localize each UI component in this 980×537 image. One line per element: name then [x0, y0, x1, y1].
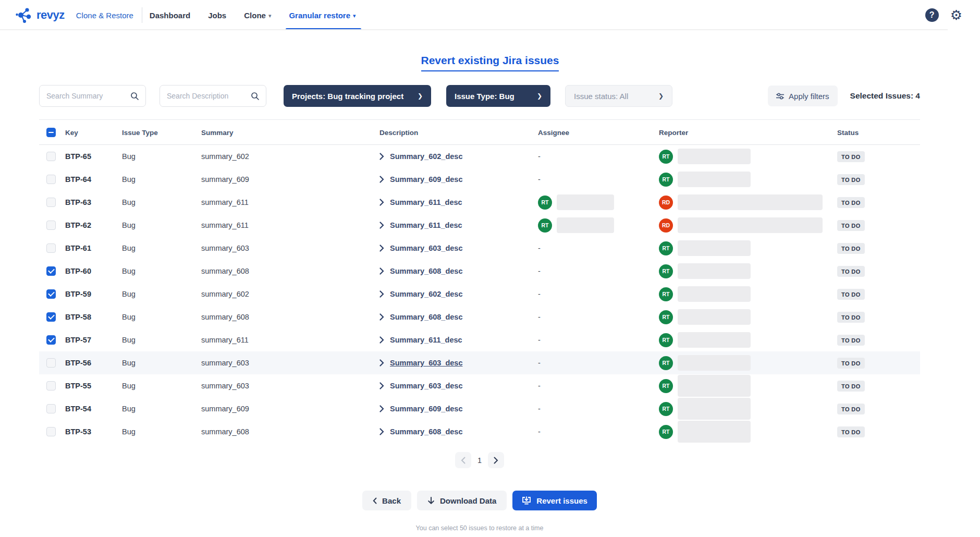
- row-checkbox[interactable]: [46, 381, 56, 390]
- row-description[interactable]: Summary_603_desc: [390, 244, 462, 252]
- nav-item-jobs[interactable]: Jobs: [208, 0, 226, 30]
- expand-chevron-right-icon[interactable]: [379, 336, 384, 344]
- gear-icon[interactable]: ⚙: [950, 8, 962, 22]
- reporter-name-placeholder: [678, 172, 751, 187]
- search-description-input[interactable]: [167, 92, 251, 100]
- search-summary-input[interactable]: [46, 92, 130, 100]
- brand-logo[interactable]: revyz: [16, 6, 65, 25]
- row-checkbox[interactable]: [46, 266, 56, 276]
- column-header-key: Key: [65, 129, 122, 137]
- row-summary: summary_608: [201, 313, 379, 321]
- reporter-avatar: RT: [659, 333, 673, 347]
- help-icon[interactable]: ?: [925, 8, 939, 22]
- row-assignee: RT: [538, 217, 659, 233]
- row-assignee: -: [538, 382, 659, 390]
- expand-chevron-right-icon[interactable]: [379, 245, 384, 252]
- next-page-button[interactable]: [488, 452, 504, 468]
- expand-chevron-right-icon[interactable]: [379, 382, 384, 389]
- row-description[interactable]: Summary_611_desc: [390, 221, 462, 229]
- nav-item-dashboard[interactable]: Dashboard: [150, 0, 190, 30]
- row-description[interactable]: Summary_611_desc: [390, 198, 462, 206]
- chevron-down-icon: ▾: [268, 13, 272, 19]
- issue-type-dropdown[interactable]: Issue Type: Bug ❯: [446, 85, 550, 107]
- row-issue-type: Bug: [122, 152, 201, 161]
- back-button[interactable]: Back: [362, 491, 411, 510]
- row-checkbox[interactable]: [46, 335, 56, 345]
- row-checkbox[interactable]: [46, 404, 56, 413]
- projects-dropdown[interactable]: Projects: Bug tracking project ❯: [284, 85, 431, 107]
- row-description[interactable]: Summary_611_desc: [390, 336, 462, 344]
- expand-chevron-right-icon[interactable]: [379, 405, 384, 412]
- row-assignee: -: [538, 336, 659, 344]
- row-key: BTP-61: [65, 244, 122, 252]
- search-description-box: [160, 85, 266, 107]
- table-header-row: Key Issue Type Summary Description Assig…: [39, 120, 920, 145]
- row-description[interactable]: Summary_608_desc: [390, 267, 462, 275]
- selected-issues-count: Selected Issues: 4: [850, 91, 920, 101]
- expand-chevron-right-icon[interactable]: [379, 313, 384, 321]
- row-description[interactable]: Summary_603_desc: [390, 382, 462, 390]
- pagination: 1: [39, 452, 920, 468]
- row-assignee: -: [538, 359, 659, 367]
- row-checkbox[interactable]: [46, 198, 56, 207]
- select-all-checkbox[interactable]: [46, 128, 56, 137]
- row-reporter: RT: [659, 149, 837, 164]
- row-assignee: -: [538, 152, 659, 161]
- table-body: BTP-65 Bug summary_602 Summary_602_desc …: [39, 145, 920, 443]
- issue-status-dropdown[interactable]: Issue status: All ❯: [565, 85, 672, 107]
- nav-item-clone[interactable]: Clone ▾: [244, 0, 271, 30]
- table-row: BTP-60 Bug summary_608 Summary_608_desc …: [39, 260, 920, 283]
- expand-chevron-right-icon[interactable]: [379, 176, 384, 183]
- row-checkbox[interactable]: [46, 427, 56, 436]
- navbar-bottom-border: [0, 29, 948, 30]
- expand-chevron-right-icon[interactable]: [379, 222, 384, 229]
- row-reporter: RT: [659, 263, 837, 279]
- status-badge: TO DO: [837, 358, 865, 369]
- row-checkbox[interactable]: [46, 312, 56, 322]
- row-key: BTP-54: [65, 405, 122, 413]
- row-checkbox[interactable]: [46, 152, 56, 161]
- row-description[interactable]: Summary_608_desc: [390, 428, 462, 436]
- nav-items: Dashboard Jobs Clone ▾ Granular restore …: [150, 0, 356, 30]
- row-checkbox[interactable]: [46, 175, 56, 184]
- row-checkbox[interactable]: [46, 358, 56, 368]
- download-data-button[interactable]: Download Data: [417, 491, 507, 510]
- row-description[interactable]: Summary_609_desc: [390, 405, 462, 413]
- no-assignee-dash: -: [538, 175, 541, 184]
- row-reporter: RD: [659, 194, 837, 210]
- row-description[interactable]: Summary_603_desc: [390, 359, 462, 367]
- row-description[interactable]: Summary_609_desc: [390, 175, 462, 184]
- status-badge: TO DO: [837, 312, 865, 323]
- expand-chevron-right-icon[interactable]: [379, 153, 384, 160]
- previous-page-button[interactable]: [455, 452, 471, 468]
- filter-icon: [776, 93, 784, 100]
- expand-chevron-right-icon[interactable]: [379, 359, 384, 367]
- apply-filters-button[interactable]: Apply filters: [768, 86, 838, 106]
- row-assignee: -: [538, 175, 659, 184]
- row-description[interactable]: Summary_602_desc: [390, 290, 462, 298]
- row-description[interactable]: Summary_602_desc: [390, 152, 462, 161]
- row-checkbox[interactable]: [46, 289, 56, 299]
- row-checkbox[interactable]: [46, 243, 56, 253]
- row-checkbox[interactable]: [46, 221, 56, 230]
- revert-issues-button[interactable]: Revert issues: [512, 491, 597, 510]
- row-description[interactable]: Summary_608_desc: [390, 313, 462, 321]
- page-title: Revert existing Jira issues: [421, 54, 559, 71]
- row-assignee: -: [538, 267, 659, 275]
- row-assignee: RT: [538, 194, 659, 210]
- row-key: BTP-64: [65, 175, 122, 184]
- expand-chevron-right-icon[interactable]: [379, 267, 384, 275]
- row-key: BTP-55: [65, 382, 122, 390]
- row-summary: summary_611: [201, 221, 379, 229]
- reporter-avatar: RD: [659, 196, 673, 210]
- search-summary-box: [39, 85, 146, 107]
- expand-chevron-right-icon[interactable]: [379, 290, 384, 298]
- reporter-avatar: RT: [659, 150, 673, 164]
- expand-chevron-right-icon[interactable]: [379, 199, 384, 206]
- brand-section-link[interactable]: Clone & Restore: [76, 11, 133, 20]
- row-issue-type: Bug: [122, 198, 201, 206]
- expand-chevron-right-icon[interactable]: [379, 428, 384, 435]
- current-page-number[interactable]: 1: [477, 456, 482, 465]
- nav-item-granular-restore[interactable]: Granular restore ▾: [289, 0, 356, 30]
- row-key: BTP-53: [65, 428, 122, 436]
